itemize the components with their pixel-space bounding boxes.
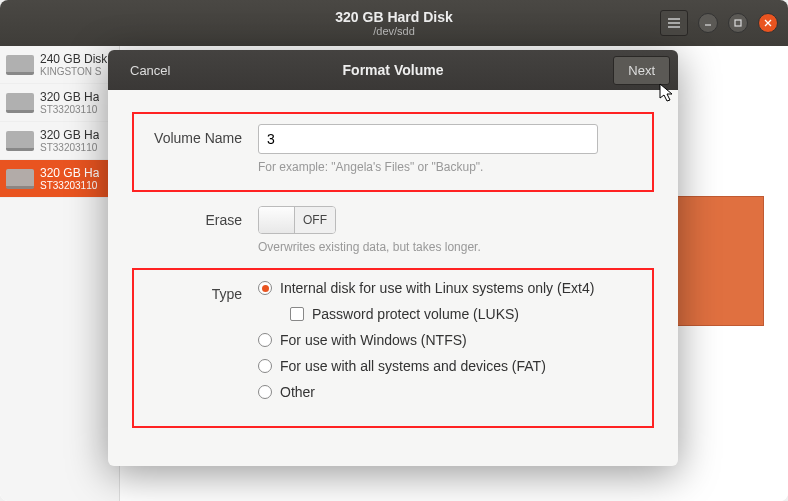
hamburger-icon xyxy=(667,16,681,30)
format-volume-dialog: Cancel Format Volume Next Volume Name Fo… xyxy=(108,50,678,466)
maximize-button[interactable] xyxy=(728,13,748,33)
volume-name-label: Volume Name xyxy=(148,124,258,146)
erase-toggle[interactable]: OFF xyxy=(258,206,336,234)
radio-icon xyxy=(258,333,272,347)
disk-icon xyxy=(6,55,34,75)
checkbox-icon xyxy=(290,307,304,321)
volume-name-section-highlight: Volume Name For example: "Angela's Files… xyxy=(132,112,654,192)
disk-icon xyxy=(6,131,34,151)
type-option-ntfs[interactable]: For use with Windows (NTFS) xyxy=(258,332,638,348)
maximize-icon xyxy=(734,19,742,27)
next-button-label: Next xyxy=(628,63,655,78)
minimize-icon xyxy=(704,19,712,27)
type-section-highlight: Type Internal disk for use with Linux sy… xyxy=(132,268,654,428)
disk-name: 320 GB Ha xyxy=(40,90,99,104)
type-option-ext4[interactable]: Internal disk for use with Linux systems… xyxy=(258,280,638,296)
type-option-other[interactable]: Other xyxy=(258,384,638,400)
cancel-button[interactable]: Cancel xyxy=(116,57,184,84)
disk-item[interactable]: 320 GB Ha ST33203110 xyxy=(0,122,119,160)
disk-icon xyxy=(6,93,34,113)
erase-hint: Overwrites existing data, but takes long… xyxy=(258,240,638,254)
disk-sub: KINGSTON S xyxy=(40,66,107,77)
disk-name: 320 GB Ha xyxy=(40,128,99,142)
toggle-knob xyxy=(259,207,295,233)
hamburger-menu-button[interactable] xyxy=(660,10,688,36)
disk-sidebar: 240 GB Disk KINGSTON S 320 GB Ha ST33203… xyxy=(0,46,120,501)
disk-sub: ST33203110 xyxy=(40,142,99,153)
titlebar: 320 GB Hard Disk /dev/sdd xyxy=(0,0,788,46)
next-button[interactable]: Next xyxy=(613,56,670,85)
type-label: Type xyxy=(148,280,258,302)
volume-name-input[interactable] xyxy=(258,124,598,154)
close-icon xyxy=(764,19,772,27)
disk-sub: ST33203110 xyxy=(40,180,99,191)
toggle-state: OFF xyxy=(295,207,335,233)
disk-icon xyxy=(6,169,34,189)
type-option-label: For use with all systems and devices (FA… xyxy=(280,358,546,374)
type-option-fat[interactable]: For use with all systems and devices (FA… xyxy=(258,358,638,374)
dialog-header: Cancel Format Volume Next xyxy=(108,50,678,90)
minimize-button[interactable] xyxy=(698,13,718,33)
type-option-label: For use with Windows (NTFS) xyxy=(280,332,467,348)
radio-icon xyxy=(258,359,272,373)
radio-icon xyxy=(258,385,272,399)
radio-icon xyxy=(258,281,272,295)
type-option-label: Other xyxy=(280,384,315,400)
volume-name-hint: For example: "Angela's Files" or "Backup… xyxy=(258,160,638,174)
disk-item[interactable]: 320 GB Ha ST33203110 xyxy=(0,84,119,122)
type-option-label: Internal disk for use with Linux systems… xyxy=(280,280,594,296)
mouse-cursor-icon xyxy=(659,83,675,103)
erase-label: Erase xyxy=(148,206,258,228)
dialog-title: Format Volume xyxy=(108,62,678,78)
svg-rect-0 xyxy=(735,20,741,26)
disk-name: 320 GB Ha xyxy=(40,166,99,180)
disk-name: 240 GB Disk xyxy=(40,52,107,66)
close-button[interactable] xyxy=(758,13,778,33)
disk-item-selected[interactable]: 320 GB Ha ST33203110 xyxy=(0,160,119,198)
disk-sub: ST33203110 xyxy=(40,104,99,115)
type-option-luks[interactable]: Password protect volume (LUKS) xyxy=(258,306,638,322)
type-option-label: Password protect volume (LUKS) xyxy=(312,306,519,322)
disk-item[interactable]: 240 GB Disk KINGSTON S xyxy=(0,46,119,84)
